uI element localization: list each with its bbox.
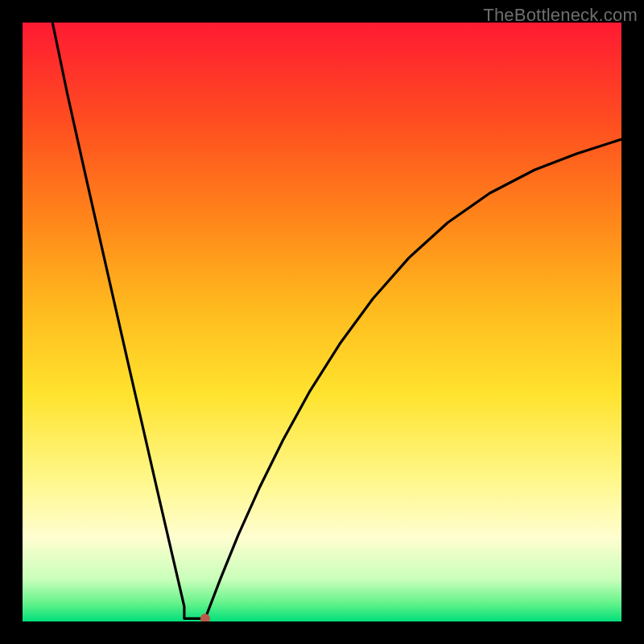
plot-area	[23, 23, 621, 621]
curve-path	[52, 23, 621, 618]
source-label: TheBottleneck.com	[483, 5, 638, 26]
optimum-marker	[200, 613, 210, 621]
chart-stage: TheBottleneck.com	[0, 0, 644, 644]
bottleneck-curve	[23, 23, 621, 621]
